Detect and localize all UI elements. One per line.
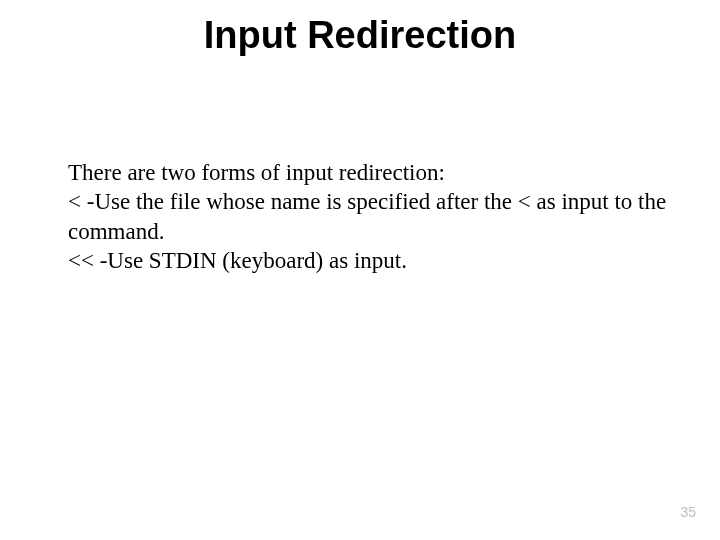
slide-title: Input Redirection <box>0 14 720 57</box>
body-line-1: There are two forms of input redirection… <box>68 158 670 187</box>
slide-body: There are two forms of input redirection… <box>68 158 670 276</box>
body-line-2: < -Use the file whose name is specified … <box>68 187 670 246</box>
page-number: 35 <box>680 504 696 520</box>
body-line-3: << -Use STDIN (keyboard) as input. <box>68 246 670 275</box>
slide: Input Redirection There are two forms of… <box>0 0 720 540</box>
